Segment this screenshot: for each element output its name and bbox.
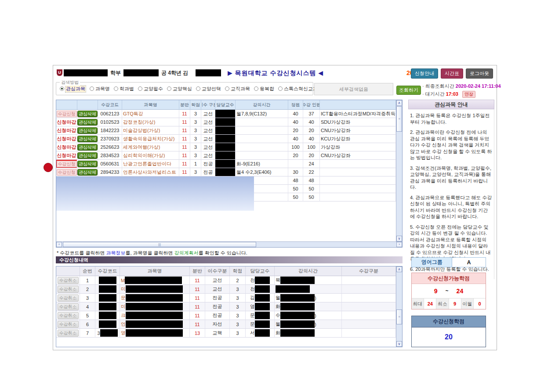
course-code-cell[interactable]: 2834523	[98, 151, 122, 160]
course-code-cell[interactable]: 0102523	[98, 118, 122, 126]
enrolled-course-table: 순번수강코드과목명분반이수구분학점담당교수강의시간수강구분 수강취소1M11교선…	[56, 266, 403, 347]
search-option-7[interactable]: 교직과목	[225, 86, 250, 92]
professor-prefix: 천	[250, 286, 255, 292]
search-option-3[interactable]: 학과별	[114, 86, 134, 92]
apply-button[interactable]: 수강신청	[57, 111, 77, 117]
time-cell: 월7,8,9(C132)	[236, 110, 288, 118]
professor-cell-redacted: 문	[246, 320, 275, 329]
course-name-cell[interactable]: 감정코칭(가상)	[122, 118, 179, 126]
cancel-button[interactable]: 수강취소	[58, 330, 79, 337]
course-code-cell[interactable]: 0560631	[98, 160, 122, 168]
remark-cell	[320, 168, 396, 176]
column-header: 이수 구분	[201, 100, 215, 110]
search-option-2[interactable]: 과목명	[90, 86, 110, 92]
course-name-cell[interactable]: 생활속의응급처치(가상)	[122, 135, 179, 143]
cancel-button[interactable]: 수강취소	[58, 321, 79, 328]
guide-paragraph: 1. 관심과목 등록은 수강신청 1주일전부터 가능합니다.	[410, 112, 492, 125]
course-name-cell[interactable]: 심리학의이해(가상)	[122, 151, 179, 160]
remove-interest-button[interactable]: 관심삭제	[77, 111, 98, 117]
credit-cell: 3	[230, 329, 246, 338]
scroll-thumb[interactable]: ≡	[396, 309, 402, 324]
scroll-up-icon[interactable]: ∧	[396, 266, 402, 272]
cancel-button[interactable]: 수강취소	[58, 286, 79, 293]
course-name-cell[interactable]: 언론사상사와저널리스트	[122, 168, 179, 176]
credit-cell: 3	[190, 118, 201, 126]
time-prefix: 화	[276, 303, 280, 310]
search-method-legend: 검색방법	[60, 79, 80, 86]
min-credits: 9	[434, 288, 438, 295]
search-option-1[interactable]: 관심과목	[60, 86, 86, 92]
action-cell: 신청마감	[56, 143, 77, 151]
course-code-cell[interactable]: 1842223	[98, 126, 122, 135]
category-cell: 전공	[205, 294, 230, 302]
enroll-type-cell	[342, 329, 396, 338]
cancel-button[interactable]: 수강취소	[58, 277, 79, 284]
remove-interest-button[interactable]: 관심삭제	[77, 169, 98, 176]
page-title: ▶ 목원대학교 수강신청시스템 ◀	[201, 69, 350, 77]
redacted-block	[255, 294, 270, 302]
remove-interest-button[interactable]: 관심삭제	[77, 161, 98, 167]
last-view-time: · 최종조회시간 2020-02-24 17:11:04	[422, 83, 501, 90]
credit-cell: 1	[190, 160, 201, 168]
order-cell: 1	[80, 276, 95, 285]
scroll-thumb[interactable]: |||	[63, 242, 256, 247]
course-code-cell[interactable]: 2894233	[98, 168, 122, 176]
cancel-button[interactable]: 수강취소	[58, 303, 79, 310]
max-credits: 24	[457, 288, 464, 295]
radio-icon	[138, 86, 142, 91]
cancel-button[interactable]: 수강취소	[58, 312, 79, 319]
scroll-right-icon[interactable]: ›	[396, 242, 402, 247]
course-code-cell[interactable]: 2526623	[98, 143, 122, 151]
remove-interest-button[interactable]: 관심삭제	[77, 136, 98, 142]
search-button[interactable]: 조회하기	[396, 86, 421, 95]
cancel-cell: 수강취소	[56, 276, 80, 285]
interest-table-vertical-scrollbar[interactable]: ∧ ≡ ∨	[396, 100, 402, 241]
search-option-9[interactable]: 스톡스혁신교과	[278, 86, 318, 92]
course-name-cell[interactable]: 난광고언론졸업반이다	[122, 160, 179, 168]
apply-button[interactable]: 수강신청	[57, 161, 77, 167]
category-cell: 교선	[201, 143, 215, 151]
logout-button[interactable]: 로그아웃	[466, 68, 493, 79]
course-name-cell[interactable]: 미술감상법(가상)	[122, 126, 179, 135]
redacted-block	[99, 303, 116, 310]
redacted-block	[280, 320, 315, 328]
guide-button[interactable]: 신청안내	[411, 68, 438, 79]
cancel-cell: 수강취소	[56, 311, 80, 320]
scroll-down-icon[interactable]: ∨	[396, 341, 402, 347]
remove-interest-button[interactable]: 관심삭제	[77, 127, 98, 134]
search-option-4[interactable]: 교양필수	[138, 86, 163, 92]
scroll-down-icon[interactable]: ∨	[396, 236, 402, 241]
course-name-cell[interactable]: 세계와여행(가상)	[122, 143, 179, 151]
course-code-cell[interactable]: 2370923	[98, 135, 122, 143]
extend-button[interactable]: 연장	[462, 91, 475, 98]
column-header: 학점	[190, 100, 201, 110]
course-code-cell-redacted	[95, 311, 120, 320]
redacted-block	[255, 312, 270, 319]
redacted-block	[126, 303, 183, 310]
scroll-thumb[interactable]: ≡	[396, 106, 402, 132]
time-cell-redacted: 화	[275, 302, 342, 311]
section-cell: 11	[179, 135, 190, 143]
apply-button[interactable]: 수강신청	[57, 169, 77, 176]
timetable-button[interactable]: 시간표	[441, 68, 463, 79]
search-option-6[interactable]: 교양선택	[196, 86, 221, 92]
interest-table-horizontal-scrollbar[interactable]: ‹ ||| ›	[56, 241, 402, 247]
search-option-8[interactable]: 융복합	[254, 86, 274, 92]
remove-interest-button[interactable]: 관심삭제	[77, 144, 98, 151]
remove-interest-button[interactable]: 관심삭제	[77, 119, 98, 126]
quota-cell: 40	[288, 110, 303, 118]
scroll-left-icon[interactable]: ‹	[56, 242, 62, 247]
annotation-red-dot-icon	[44, 163, 53, 172]
name-prefix: 미	[121, 303, 126, 310]
search-method-options: 관심과목과목명학과별교양필수교양핵심교양선택교직과목융복합스톡스혁신교과	[56, 83, 313, 95]
search-option-5[interactable]: 교양핵심	[167, 86, 192, 92]
action-cell: 수강신청	[56, 160, 77, 168]
remove-interest-button[interactable]: 관심삭제	[77, 152, 98, 159]
course-code-cell[interactable]: 0062123	[98, 110, 122, 118]
course-name-cell[interactable]: GTQ특강	[122, 110, 179, 118]
cancel-button[interactable]: 수강취소	[58, 295, 79, 302]
remark-cell: SDU가상강좌	[320, 118, 396, 126]
scroll-up-icon[interactable]: ∧	[396, 100, 402, 106]
enrolled-table-vertical-scrollbar[interactable]: ∧ ≡ ∨	[396, 266, 402, 347]
stat-label: 최소	[436, 298, 449, 309]
